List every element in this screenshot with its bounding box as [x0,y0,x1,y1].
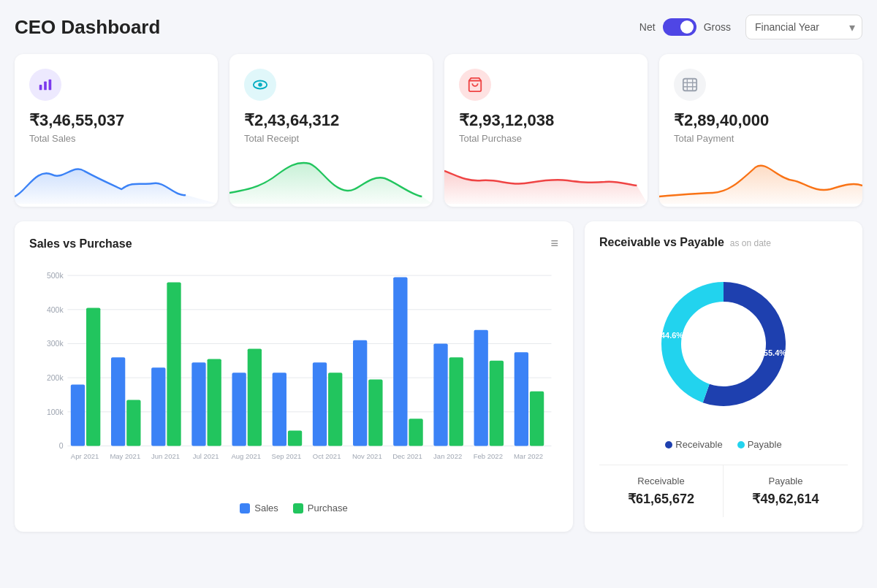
svg-rect-28 [167,282,181,446]
kpi-value-total-purchase: ₹2,93,12,038 [459,111,633,130]
payable-legend: Payable [737,439,782,450]
kpi-icon-total-payment [674,69,706,101]
svg-text:Jun 2021: Jun 2021 [151,452,180,460]
svg-text:44.6%: 44.6% [661,331,683,340]
svg-text:Dec 2021: Dec 2021 [392,452,422,460]
svg-rect-2 [49,80,52,91]
svg-rect-30 [191,362,205,446]
svg-rect-54 [515,352,528,446]
sales-legend-label: Sales [254,503,278,513]
svg-rect-51 [474,330,488,446]
svg-rect-43 [368,379,382,446]
donut-stats: Receivable ₹61,65,672 Payable ₹49,62,614 [599,465,848,517]
payable-stat-value: ₹49,62,614 [731,491,840,507]
svg-rect-36 [273,373,286,446]
svg-rect-24 [111,357,125,446]
kpi-card-total-purchase: ₹2,93,12,038 Total Purchase [444,54,648,207]
receivable-dot [665,441,672,448]
svg-text:200k: 200k [47,374,64,382]
kpi-card-total-payment: ₹2,89,40,000 Total Payment [659,54,862,207]
svg-text:Apr 2021: Apr 2021 [71,452,99,460]
svg-rect-40 [328,373,342,446]
svg-text:300k: 300k [47,340,64,348]
financial-year-dropdown[interactable]: Financial Year 2021-22 2020-21 2019-20 [745,15,862,39]
svg-rect-34 [248,348,262,446]
svg-rect-0 [39,85,42,90]
svg-rect-25 [126,400,140,446]
kpi-grid: ₹3,46,55,037 Total Sales ₹2,43,64,312 To… [15,54,862,207]
purchase-legend-item: Purchase [293,503,348,513]
bar-chart-menu-icon[interactable]: ≡ [550,236,558,251]
svg-rect-33 [232,373,246,446]
svg-text:Jan 2022: Jan 2022 [433,452,462,460]
toggle-gross-label: Gross [704,21,731,33]
payable-dot [737,441,745,448]
toggle-net-label: Net [639,21,656,33]
donut-title: Receivable vs Payable [599,236,724,249]
svg-rect-22 [86,308,100,446]
svg-rect-39 [313,362,327,446]
svg-text:Nov 2021: Nov 2021 [352,452,382,460]
svg-text:Oct 2021: Oct 2021 [313,452,341,460]
kpi-value-total-sales: ₹3,46,55,037 [29,111,203,130]
payable-stat-label: Payable [731,476,840,486]
kpi-icon-total-receipt [244,69,276,101]
donut-subtitle: as on date [730,238,771,248]
svg-rect-48 [433,343,447,446]
svg-rect-21 [71,384,85,446]
page-header: CEO Dashboard Net Gross Financial Year 2… [15,15,862,39]
bar-chart-container: 0100k200k300k400k500k600kApr 2021May 202… [29,263,558,497]
svg-rect-37 [288,430,302,446]
svg-point-57 [683,303,764,385]
svg-text:Sep 2021: Sep 2021 [272,452,302,460]
donut-header: Receivable vs Payable as on date [599,236,848,249]
sales-vs-purchase-card: Sales vs Purchase ≡ 0100k200k300k400k500… [15,221,573,532]
svg-rect-6 [683,79,696,91]
svg-rect-42 [353,340,367,446]
kpi-label-total-payment: Total Payment [674,133,848,144]
receivable-legend: Receivable [665,439,722,450]
kpi-sparkline-total-sales [15,153,218,204]
svg-rect-55 [530,392,544,446]
payable-legend-label: Payable [748,439,782,450]
kpi-label-total-sales: Total Sales [29,133,203,144]
payable-stat: Payable ₹49,62,614 [724,465,848,517]
bar-chart-title: Sales vs Purchase [29,237,132,251]
svg-rect-45 [393,277,407,446]
financial-year-dropdown-wrapper: Financial Year 2021-22 2020-21 2019-20 [745,15,862,39]
kpi-sparkline-total-receipt [229,153,433,204]
purchase-legend-color [293,503,303,513]
svg-text:500k: 500k [47,272,64,280]
svg-rect-46 [409,419,422,446]
kpi-icon-total-sales [29,69,61,101]
svg-text:100k: 100k [47,408,64,416]
svg-text:Aug 2021: Aug 2021 [231,452,261,460]
svg-text:May 2021: May 2021 [110,452,140,460]
kpi-sparkline-total-payment [659,153,862,204]
kpi-icon-total-purchase [459,69,491,101]
receivable-vs-payable-card: Receivable vs Payable as on date 55.4%44… [585,221,862,532]
receivable-stat: Receivable ₹61,65,672 [599,465,724,517]
kpi-sparkline-total-purchase [444,153,648,204]
svg-text:Mar 2022: Mar 2022 [514,452,543,460]
receivable-legend-label: Receivable [675,439,722,450]
donut-legend: Receivable Payable [665,439,781,450]
svg-rect-52 [490,361,504,446]
svg-text:Feb 2022: Feb 2022 [474,452,503,460]
kpi-card-total-sales: ₹3,46,55,037 Total Sales [15,54,218,207]
net-gross-toggle[interactable] [663,18,696,36]
bar-chart-legend: Sales Purchase [29,503,558,513]
bar-chart-header: Sales vs Purchase ≡ [29,236,558,251]
kpi-card-total-receipt: ₹2,43,64,312 Total Receipt [229,54,433,207]
purchase-legend-label: Purchase [308,503,348,513]
sales-legend-color [240,503,250,513]
svg-point-4 [258,83,262,87]
donut-svg-wrapper: 55.4%44.6% [643,264,804,424]
svg-rect-1 [44,81,47,90]
net-gross-toggle-section: Net Gross [639,18,731,36]
kpi-label-total-receipt: Total Receipt [244,133,418,144]
svg-text:400k: 400k [47,306,64,314]
receivable-stat-value: ₹61,65,672 [607,491,715,507]
bottom-grid: Sales vs Purchase ≡ 0100k200k300k400k500… [15,221,862,532]
svg-rect-31 [208,359,221,446]
